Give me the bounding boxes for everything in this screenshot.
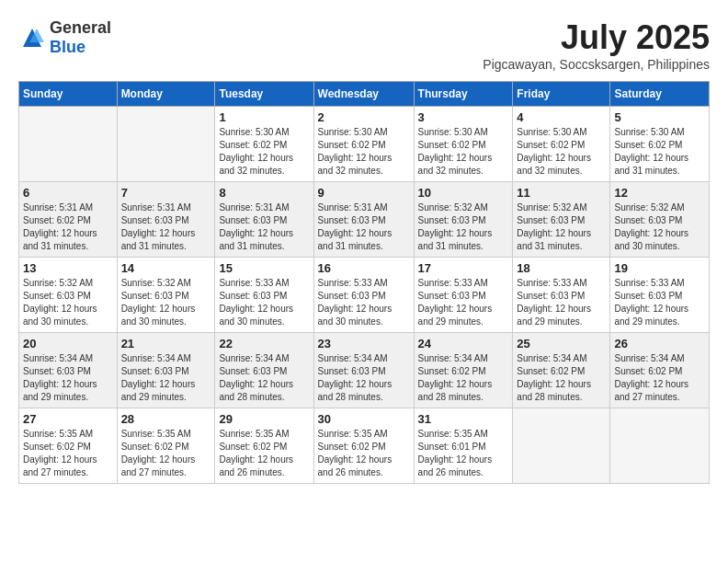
calendar-table: SundayMondayTuesdayWednesdayThursdayFrid…: [18, 81, 710, 484]
calendar-cell: 6Sunrise: 5:31 AMSunset: 6:02 PMDaylight…: [19, 182, 118, 258]
calendar-cell: 22Sunrise: 5:34 AMSunset: 6:03 PMDayligh…: [215, 333, 313, 408]
calendar-cell: 8Sunrise: 5:31 AMSunset: 6:03 PMDaylight…: [215, 182, 313, 258]
day-info: Sunrise: 5:31 AMSunset: 6:03 PMDaylight:…: [318, 201, 410, 253]
day-number: 15: [219, 261, 309, 275]
calendar-cell: 7Sunrise: 5:31 AMSunset: 6:03 PMDaylight…: [117, 182, 215, 258]
day-info: Sunrise: 5:34 AMSunset: 6:02 PMDaylight:…: [418, 352, 509, 404]
day-info: Sunrise: 5:34 AMSunset: 6:02 PMDaylight:…: [614, 352, 705, 404]
day-info: Sunrise: 5:33 AMSunset: 6:03 PMDaylight:…: [318, 277, 410, 328]
calendar-cell: [513, 408, 610, 484]
calendar-cell: 23Sunrise: 5:34 AMSunset: 6:03 PMDayligh…: [313, 333, 414, 408]
calendar-cell: 31Sunrise: 5:35 AMSunset: 6:01 PMDayligh…: [414, 408, 513, 484]
logo-text: General Blue: [50, 18, 111, 57]
day-number: 25: [517, 337, 606, 350]
day-info: Sunrise: 5:31 AMSunset: 6:03 PMDaylight:…: [121, 201, 211, 253]
day-info: Sunrise: 5:32 AMSunset: 6:03 PMDaylight:…: [23, 277, 113, 328]
page-header: General Blue July 2025 Pigcawayan, Soccs…: [18, 18, 710, 72]
logo-general: General: [50, 18, 111, 38]
day-number: 30: [318, 412, 410, 426]
day-info: Sunrise: 5:32 AMSunset: 6:03 PMDaylight:…: [418, 201, 509, 253]
day-number: 31: [418, 412, 509, 426]
logo-icon: [18, 24, 46, 52]
logo: General Blue: [18, 18, 111, 57]
day-number: 22: [219, 337, 309, 350]
calendar-cell: 2Sunrise: 5:30 AMSunset: 6:02 PMDaylight…: [313, 107, 414, 182]
day-info: Sunrise: 5:30 AMSunset: 6:02 PMDaylight:…: [418, 126, 509, 178]
calendar-cell: 30Sunrise: 5:35 AMSunset: 6:02 PMDayligh…: [313, 408, 414, 484]
day-number: 8: [219, 186, 309, 200]
calendar-cell: 25Sunrise: 5:34 AMSunset: 6:02 PMDayligh…: [513, 333, 610, 408]
calendar-cell: 4Sunrise: 5:30 AMSunset: 6:02 PMDaylight…: [513, 107, 610, 182]
calendar-cell: 14Sunrise: 5:32 AMSunset: 6:03 PMDayligh…: [117, 258, 215, 333]
day-number: 2: [318, 110, 410, 124]
calendar-week-row: 6Sunrise: 5:31 AMSunset: 6:02 PMDaylight…: [19, 182, 710, 258]
calendar-cell: [117, 107, 215, 182]
title-block: July 2025 Pigcawayan, Soccsksargen, Phil…: [483, 18, 710, 72]
calendar-cell: 21Sunrise: 5:34 AMSunset: 6:03 PMDayligh…: [117, 333, 215, 408]
calendar-cell: 10Sunrise: 5:32 AMSunset: 6:03 PMDayligh…: [414, 182, 513, 258]
day-number: 5: [614, 110, 705, 124]
day-number: 24: [418, 337, 509, 350]
weekday-header-sunday: Sunday: [19, 82, 118, 107]
day-number: 14: [121, 261, 211, 275]
day-info: Sunrise: 5:35 AMSunset: 6:02 PMDaylight:…: [23, 428, 113, 479]
calendar-cell: 27Sunrise: 5:35 AMSunset: 6:02 PMDayligh…: [19, 408, 118, 484]
weekday-header-friday: Friday: [513, 82, 610, 107]
day-info: Sunrise: 5:34 AMSunset: 6:03 PMDaylight:…: [23, 352, 113, 404]
day-info: Sunrise: 5:32 AMSunset: 6:03 PMDaylight:…: [121, 277, 211, 328]
day-number: 23: [318, 337, 410, 350]
day-number: 28: [121, 412, 211, 426]
day-number: 20: [23, 337, 113, 350]
weekday-header-thursday: Thursday: [414, 82, 513, 107]
calendar-cell: 17Sunrise: 5:33 AMSunset: 6:03 PMDayligh…: [414, 258, 513, 333]
calendar-cell: 24Sunrise: 5:34 AMSunset: 6:02 PMDayligh…: [414, 333, 513, 408]
calendar-cell: 5Sunrise: 5:30 AMSunset: 6:02 PMDaylight…: [610, 107, 710, 182]
day-number: 19: [614, 261, 705, 275]
day-info: Sunrise: 5:32 AMSunset: 6:03 PMDaylight:…: [614, 201, 705, 253]
weekday-header-saturday: Saturday: [610, 82, 710, 107]
calendar-cell: 15Sunrise: 5:33 AMSunset: 6:03 PMDayligh…: [215, 258, 313, 333]
day-number: 27: [23, 412, 113, 426]
weekday-header-monday: Monday: [117, 82, 215, 107]
day-number: 7: [121, 186, 211, 200]
day-number: 1: [219, 110, 309, 124]
day-info: Sunrise: 5:35 AMSunset: 6:02 PMDaylight:…: [318, 428, 410, 479]
location: Pigcawayan, Soccsksargen, Philippines: [483, 57, 710, 72]
day-number: 21: [121, 337, 211, 350]
day-number: 3: [418, 110, 509, 124]
calendar-cell: 19Sunrise: 5:33 AMSunset: 6:03 PMDayligh…: [610, 258, 710, 333]
day-info: Sunrise: 5:34 AMSunset: 6:03 PMDaylight:…: [318, 352, 410, 404]
day-info: Sunrise: 5:35 AMSunset: 6:01 PMDaylight:…: [418, 428, 509, 479]
calendar-cell: 3Sunrise: 5:30 AMSunset: 6:02 PMDaylight…: [414, 107, 513, 182]
day-info: Sunrise: 5:30 AMSunset: 6:02 PMDaylight:…: [318, 126, 410, 178]
day-number: 10: [418, 186, 509, 200]
calendar-cell: 29Sunrise: 5:35 AMSunset: 6:02 PMDayligh…: [215, 408, 313, 484]
day-number: 29: [219, 412, 309, 426]
calendar-cell: [610, 408, 710, 484]
calendar-cell: 11Sunrise: 5:32 AMSunset: 6:03 PMDayligh…: [513, 182, 610, 258]
logo-blue: Blue: [50, 38, 111, 57]
day-info: Sunrise: 5:35 AMSunset: 6:02 PMDaylight:…: [121, 428, 211, 479]
day-number: 11: [517, 186, 606, 200]
calendar-cell: 20Sunrise: 5:34 AMSunset: 6:03 PMDayligh…: [19, 333, 118, 408]
calendar-cell: 12Sunrise: 5:32 AMSunset: 6:03 PMDayligh…: [610, 182, 710, 258]
day-info: Sunrise: 5:33 AMSunset: 6:03 PMDaylight:…: [614, 277, 705, 328]
day-info: Sunrise: 5:31 AMSunset: 6:03 PMDaylight:…: [219, 201, 309, 253]
day-info: Sunrise: 5:35 AMSunset: 6:02 PMDaylight:…: [219, 428, 309, 479]
weekday-header-wednesday: Wednesday: [313, 82, 414, 107]
day-info: Sunrise: 5:33 AMSunset: 6:03 PMDaylight:…: [219, 277, 309, 328]
calendar-cell: 26Sunrise: 5:34 AMSunset: 6:02 PMDayligh…: [610, 333, 710, 408]
day-info: Sunrise: 5:30 AMSunset: 6:02 PMDaylight:…: [219, 126, 309, 178]
calendar-cell: 13Sunrise: 5:32 AMSunset: 6:03 PMDayligh…: [19, 258, 118, 333]
calendar-cell: 1Sunrise: 5:30 AMSunset: 6:02 PMDaylight…: [215, 107, 313, 182]
calendar-week-row: 1Sunrise: 5:30 AMSunset: 6:02 PMDaylight…: [19, 107, 710, 182]
day-info: Sunrise: 5:34 AMSunset: 6:03 PMDaylight:…: [121, 352, 211, 404]
calendar-cell: 18Sunrise: 5:33 AMSunset: 6:03 PMDayligh…: [513, 258, 610, 333]
day-number: 17: [418, 261, 509, 275]
calendar-week-row: 27Sunrise: 5:35 AMSunset: 6:02 PMDayligh…: [19, 408, 710, 484]
day-info: Sunrise: 5:31 AMSunset: 6:02 PMDaylight:…: [23, 201, 113, 253]
day-number: 4: [517, 110, 606, 124]
day-number: 6: [23, 186, 113, 200]
calendar-cell: 9Sunrise: 5:31 AMSunset: 6:03 PMDaylight…: [313, 182, 414, 258]
day-number: 9: [318, 186, 410, 200]
